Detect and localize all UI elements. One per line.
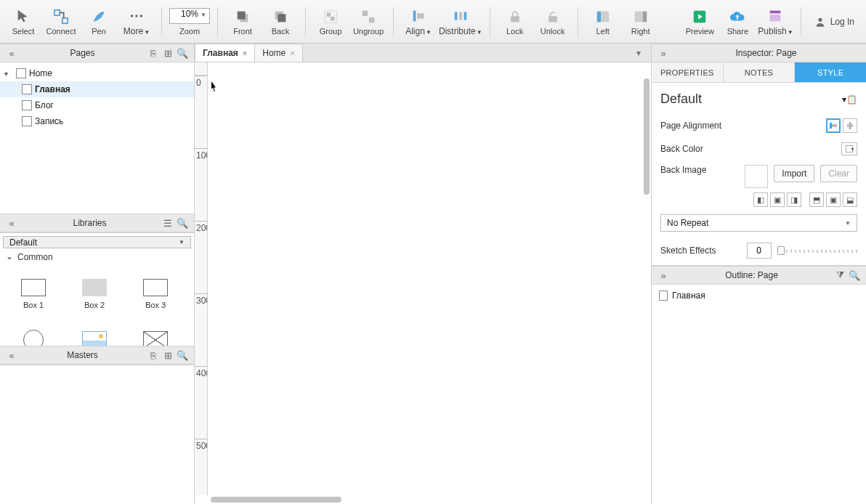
tab-style[interactable]: STYLE [795, 62, 866, 82]
align-center-button[interactable] [843, 118, 857, 133]
search-icon[interactable]: 🔍 [175, 216, 190, 230]
page-tree-item[interactable]: Главная [0, 81, 194, 97]
library-item-box3[interactable]: Box 3 [125, 268, 186, 320]
add-folder-icon[interactable]: ⊞ [161, 46, 175, 60]
pen-icon [90, 8, 108, 25]
ruler-corner [195, 62, 208, 76]
library-item-ellipse[interactable]: Ellipse [3, 320, 64, 346]
library-group-common[interactable]: ⌄ Common [0, 251, 194, 264]
preview-button[interactable]: Preview [682, 3, 717, 41]
tabs-overflow-icon[interactable]: ▾ [636, 48, 651, 58]
ruler-tick: 5000 [195, 439, 207, 451]
publish-button[interactable]: Publish▼ [758, 3, 793, 41]
outline-item[interactable]: Главная [652, 288, 866, 304]
ungroup-icon [360, 8, 377, 25]
collapse-left-icon[interactable]: « [4, 348, 19, 362]
share-button[interactable]: Share [720, 3, 755, 41]
add-master-icon[interactable]: ⎘ [146, 348, 161, 362]
ruler-tick: 4000 [195, 366, 207, 378]
masters-title: Masters [19, 350, 146, 360]
connect-icon [52, 8, 70, 25]
unlock-button[interactable]: Unlock [535, 3, 570, 41]
collapse-left-icon[interactable]: « [4, 216, 19, 230]
ruler-vertical[interactable]: 010002000300040005000 [195, 76, 208, 495]
search-icon[interactable]: 🔍 [847, 268, 862, 283]
back-color-picker[interactable] [841, 142, 857, 155]
img-align-left-button[interactable]: ◧ [753, 192, 768, 207]
close-icon[interactable]: × [290, 49, 294, 57]
right-sidebar: » Inspector: Page PROPERTIES NOTES STYLE… [651, 44, 866, 504]
svg-rect-27 [770, 15, 781, 21]
library-item-box1[interactable]: Box 1 [3, 268, 64, 320]
filter-icon[interactable]: ⧩ [833, 268, 847, 283]
search-icon[interactable]: 🔍 [175, 46, 190, 60]
page-tree-item[interactable]: Запись [0, 113, 194, 129]
canvas-tab[interactable]: Home× [254, 44, 302, 62]
outline-panel: » Outline: Page ⧩ 🔍 Главная [652, 265, 866, 476]
scrollbar-vertical[interactable] [642, 76, 651, 495]
list-view-icon[interactable]: ☰ [161, 216, 175, 230]
svg-rect-10 [327, 12, 331, 17]
outline-item-label: Главная [672, 290, 705, 301]
sketch-slider[interactable] [777, 243, 858, 259]
library-item-label: Box 2 [84, 301, 105, 309]
ungroup-button[interactable]: Ungroup [351, 3, 386, 41]
panel-right-button[interactable]: Right [623, 3, 658, 41]
repeat-dropdown[interactable]: No Repeat [660, 214, 857, 232]
collapse-right-icon[interactable]: » [656, 46, 671, 60]
img-align-top-button[interactable]: ⬒ [809, 192, 824, 207]
align-icon [410, 7, 427, 25]
page-tree-item[interactable]: Блог [0, 97, 194, 113]
box3-shape-icon [143, 279, 168, 296]
library-item-placeholder[interactable]: Placeholder [125, 320, 186, 346]
pen-button[interactable]: Pen [81, 3, 116, 41]
align-left-button[interactable] [826, 118, 841, 133]
library-item-box2[interactable]: Box 2 [64, 268, 125, 320]
add-master-folder-icon[interactable]: ⊞ [161, 348, 175, 362]
separator [217, 7, 218, 36]
back-button[interactable]: Back [263, 3, 298, 41]
tab-properties[interactable]: PROPERTIES [652, 62, 724, 82]
toolbar: Select Connect Pen More▼ 10% Zoom Front … [0, 0, 866, 44]
clear-button[interactable]: Clear [820, 165, 857, 182]
page-tree-item[interactable]: ▾Home [0, 65, 194, 81]
tab-notes[interactable]: NOTES [724, 62, 796, 82]
sketch-value-input[interactable] [747, 243, 772, 259]
img-align-center-button[interactable]: ▣ [770, 192, 785, 207]
select-button[interactable]: Select [6, 3, 41, 41]
panel-left-button[interactable]: Left [586, 3, 620, 41]
scrollbar-horizontal[interactable] [208, 495, 651, 504]
canvas[interactable] [208, 76, 642, 495]
svg-rect-12 [363, 10, 368, 15]
lock-button[interactable]: Lock [498, 3, 533, 41]
connect-button[interactable]: Connect [44, 3, 78, 41]
disclosure-icon: ▾ [4, 70, 13, 78]
distribute-button[interactable]: Distribute▼ [439, 3, 482, 41]
img-align-middle-button[interactable]: ▣ [826, 192, 841, 207]
group-button[interactable]: Group [313, 3, 348, 41]
canvas-tab[interactable]: Главная× [195, 44, 255, 62]
library-item-label: Box 1 [23, 301, 44, 309]
zoom-label: Zoom [179, 27, 200, 36]
collapse-left-icon[interactable]: « [4, 46, 19, 60]
style-copy-icon[interactable]: 📋 [846, 94, 857, 105]
add-page-icon[interactable]: ⎘ [146, 46, 161, 60]
front-button[interactable]: Front [225, 3, 260, 41]
back-image-well[interactable] [745, 165, 768, 188]
chevron-down-icon: ⌄ [6, 251, 13, 261]
close-icon[interactable]: × [243, 49, 247, 57]
more-button[interactable]: More▼ [119, 3, 154, 41]
placeholder-shape-icon [143, 331, 168, 346]
svg-rect-32 [847, 124, 853, 127]
collapse-right-icon[interactable]: » [656, 268, 671, 283]
login-button[interactable]: Log In [809, 16, 860, 28]
zoom-select[interactable]: 10% [169, 8, 210, 24]
img-align-bottom-button[interactable]: ⬓ [843, 192, 857, 207]
svg-rect-18 [464, 12, 466, 20]
import-button[interactable]: Import [774, 165, 814, 182]
library-select[interactable]: Default [3, 236, 191, 248]
align-button[interactable]: Align▼ [401, 3, 436, 41]
search-icon[interactable]: 🔍 [175, 348, 190, 362]
img-align-right-button[interactable]: ◨ [787, 192, 801, 207]
library-item-image[interactable]: Image [64, 320, 125, 346]
